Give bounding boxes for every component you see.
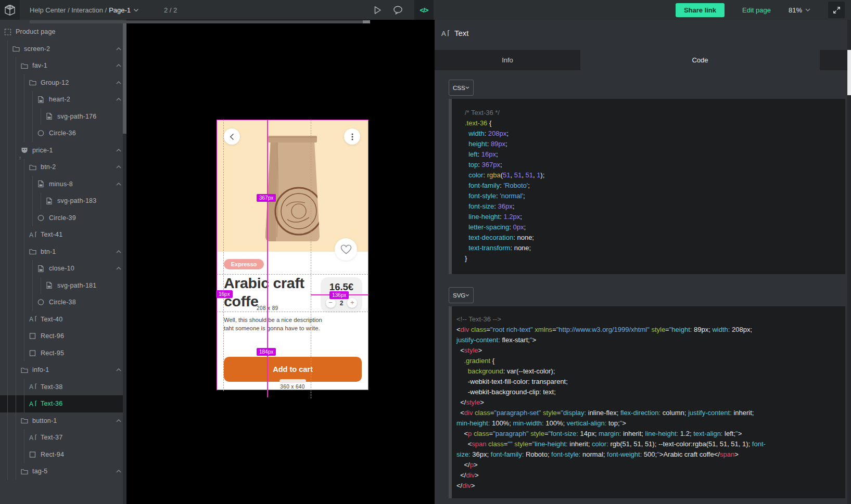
horizontal-scrollbar-handle[interactable] xyxy=(363,20,370,23)
favorite-button[interactable] xyxy=(335,238,357,261)
indent-guide xyxy=(16,395,16,412)
css-dropdown-value: CSS xyxy=(453,85,465,91)
layer-row-info-1[interactable]: info-1 xyxy=(0,361,126,379)
category-tag[interactable]: Expresso xyxy=(224,259,264,269)
design-canvas[interactable]: Expresso Arabic craft coffe 16.5€ − 2 + … xyxy=(126,20,435,504)
quantity-stepper[interactable]: − 2 + xyxy=(321,298,362,308)
add-to-cart-button[interactable]: Add to cart xyxy=(224,357,362,382)
layer-row-Rect-95[interactable]: Rect-95 xyxy=(0,345,126,362)
horizontal-scrollbar-thumb[interactable] xyxy=(30,20,363,23)
layer-row-close-10[interactable]: close-10 xyxy=(0,260,126,277)
sidebar-scrollbar-track[interactable] xyxy=(123,20,126,504)
layer-row-Circle-38[interactable]: Circle-38 xyxy=(0,294,126,311)
layer-row-Group-12[interactable]: Group-12 xyxy=(0,74,126,92)
layer-row-Text-40[interactable]: AText-40 xyxy=(0,311,126,328)
svg-format-dropdown[interactable]: SVG xyxy=(449,287,474,303)
chevron-up-icon[interactable] xyxy=(116,98,121,101)
layer-row-fav-1[interactable]: fav-1 xyxy=(0,57,126,74)
indent-guide xyxy=(7,395,8,412)
tab-info[interactable]: Info xyxy=(435,50,580,70)
sidebar-scrollbar-thumb[interactable] xyxy=(123,22,126,134)
chevron-up-icon[interactable] xyxy=(116,470,121,473)
code-scrollbar-thumb[interactable] xyxy=(449,306,452,498)
chevron-down-icon[interactable] xyxy=(133,8,139,12)
svg-dropdown-value: SVG xyxy=(453,292,465,299)
mobile-screen-frame[interactable]: Expresso Arabic craft coffe 16.5€ − 2 + … xyxy=(217,120,369,390)
layer-row-button-1[interactable]: button-1 xyxy=(0,412,126,430)
chevron-up-icon[interactable] xyxy=(116,149,121,152)
indent-guide xyxy=(16,345,16,362)
inspector-scrollbar-track[interactable] xyxy=(847,20,851,504)
chevron-up-icon[interactable] xyxy=(116,64,121,67)
layer-label: svg-path-176 xyxy=(57,113,96,120)
layer-row-screen-2[interactable]: screen-2 xyxy=(0,41,126,58)
code-scrollbar-thumb[interactable] xyxy=(449,99,452,274)
comment-button[interactable] xyxy=(393,6,403,15)
circle-icon xyxy=(37,299,46,306)
layer-row-btn-1[interactable]: btn-1 xyxy=(0,243,126,261)
layer-label: svg-path-181 xyxy=(57,282,96,289)
layer-row-Text-38[interactable]: AText-38 xyxy=(0,379,126,396)
css-format-dropdown[interactable]: CSS xyxy=(449,80,474,96)
css-code-block[interactable]: /* Text-36 */.text-36 { width: 208px; he… xyxy=(449,99,845,274)
chevron-up-icon[interactable] xyxy=(116,250,121,253)
chevron-up-icon[interactable] xyxy=(116,183,121,186)
svg-text:A: A xyxy=(441,30,446,37)
indent-guide xyxy=(7,125,8,142)
layer-row-Circle-39[interactable]: Circle-39 xyxy=(0,210,126,227)
layer-label: Circle-38 xyxy=(49,299,76,306)
share-link-button[interactable]: Share link xyxy=(676,3,725,17)
more-menu-button[interactable] xyxy=(344,128,360,145)
layer-row-svg-path-176[interactable]: svg-path-176 xyxy=(0,108,126,125)
layer-row-tag-5[interactable]: tag-5 xyxy=(0,463,126,480)
layer-row-Product page[interactable]: Product page xyxy=(0,23,126,41)
folder-icon xyxy=(21,62,29,70)
chevron-up-icon[interactable] xyxy=(116,368,121,371)
layer-label: screen-2 xyxy=(24,45,50,53)
indent-guide xyxy=(16,57,16,74)
layer-row-Text-41[interactable]: AText-41 xyxy=(0,226,126,243)
layer-row-svg-path-181[interactable]: svg-path-181 xyxy=(0,277,126,294)
code-line: text-transform: none; xyxy=(465,243,840,253)
minus-button[interactable]: − xyxy=(326,298,336,308)
chevron-up-icon[interactable] xyxy=(116,165,121,169)
layer-row-minus-8[interactable]: minus-8 xyxy=(0,176,126,193)
layer-row-price-1[interactable]: price-1↑ xyxy=(0,142,126,159)
layer-row-Rect-94[interactable]: Rect-94 xyxy=(0,446,126,463)
layer-label: btn-2 xyxy=(41,163,56,171)
layer-row-Text-36[interactable]: AText-36 xyxy=(0,395,126,412)
code-mode-button[interactable]: </> xyxy=(414,0,434,20)
zoom-control[interactable]: 81% xyxy=(789,6,810,14)
layer-row-Circle-36[interactable]: Circle-36 xyxy=(0,125,126,142)
tab-code[interactable]: Code xyxy=(580,50,820,70)
play-button[interactable] xyxy=(374,6,382,15)
code-line: .text-36 { xyxy=(465,118,840,128)
chevron-up-icon[interactable] xyxy=(116,81,121,84)
svg-file-icon xyxy=(46,281,54,289)
svg-code-block[interactable]: <!-- Text-36 --><div class="root rich-te… xyxy=(449,306,845,498)
layer-row-heart-2[interactable]: heart-2 xyxy=(0,91,126,108)
svg-file-icon xyxy=(46,197,54,205)
plus-button[interactable]: + xyxy=(347,298,357,308)
product-description[interactable]: Well, this should be a nice description … xyxy=(224,316,334,332)
layer-row-btn-2[interactable]: btn-2 xyxy=(0,159,126,176)
inspector-scrollbar-thumb[interactable] xyxy=(847,50,851,95)
layer-row-Rect-96[interactable]: Rect-96 xyxy=(0,328,126,345)
guide-left-margin xyxy=(223,120,224,391)
coffee-bag-image[interactable] xyxy=(261,133,324,245)
guide-selection-top xyxy=(217,274,369,275)
breadcrumb[interactable]: Help Center / Interaction / Page-1 xyxy=(30,0,139,20)
back-button[interactable] xyxy=(224,128,240,145)
chevron-up-icon[interactable] xyxy=(116,267,121,270)
chevron-up-icon[interactable] xyxy=(116,47,121,50)
layer-row-Text-37[interactable]: AText-37 xyxy=(0,429,126,446)
app-window: Help Center / Interaction / Page-1 2 / 2… xyxy=(0,0,851,504)
layer-row-svg-path-183[interactable]: svg-path-183 xyxy=(0,192,126,210)
indent-guide xyxy=(16,159,16,176)
edit-page-link[interactable]: Edit page xyxy=(742,6,771,14)
indent-guide xyxy=(24,192,24,210)
app-logo[interactable] xyxy=(0,0,20,20)
chevron-down-icon xyxy=(465,86,469,89)
chevron-up-icon[interactable] xyxy=(116,419,121,422)
fullscreen-button[interactable] xyxy=(828,2,845,18)
